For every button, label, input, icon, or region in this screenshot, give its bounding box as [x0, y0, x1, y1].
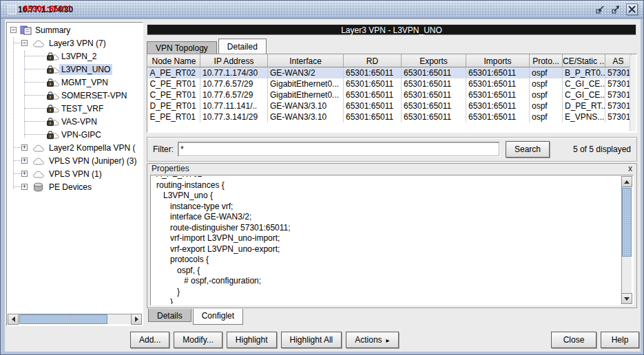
tree-item-vas-vpn[interactable]: VAS-VPN: [8, 115, 142, 128]
table-cell[interactable]: 10.77.11.141/..: [200, 100, 268, 111]
tab-vpn-topology[interactable]: VPN Topology: [147, 41, 217, 54]
column-header-imports[interactable]: Imports: [466, 55, 530, 67]
tab-configlet[interactable]: Configlet: [193, 309, 243, 325]
tree-item-vpls-vpn-juniper-3[interactable]: +VPLS VPN (Juniper) (3): [8, 154, 142, 167]
tree-item-vpn-gipc[interactable]: VPN-GIPC: [8, 128, 142, 141]
table-cell[interactable]: C_PE_RT01: [148, 78, 200, 89]
expand-icon[interactable]: +: [21, 184, 28, 190]
table-cell[interactable]: ospf: [530, 89, 563, 100]
tree-item-mgmt-vpn[interactable]: MGMT_VPN: [8, 76, 142, 89]
tree-item-label[interactable]: VPN-GIPC: [59, 129, 103, 140]
column-header-ce-static[interactable]: CE/Static ...: [563, 55, 605, 67]
search-button[interactable]: Search: [506, 141, 550, 158]
table-row[interactable]: C_PE_RT0110.77.6.57/29GigabitEthernet0..…: [148, 89, 632, 100]
tree-item-label[interactable]: VPLS VPN (Juniper) (3): [47, 155, 138, 166]
table-cell[interactable]: ospf: [530, 100, 563, 111]
table-cell[interactable]: 57301: [605, 111, 632, 122]
scroll-down-button[interactable]: [621, 293, 632, 304]
table-cell[interactable]: 65301:65011: [402, 78, 466, 89]
collapse-icon[interactable]: −: [21, 40, 28, 46]
add-button[interactable]: Add...: [130, 332, 169, 348]
column-header-interface[interactable]: Interface: [268, 55, 344, 67]
minimize-button[interactable]: [594, 3, 606, 15]
tree-item-label[interactable]: SOMERSET-VPN: [59, 90, 129, 101]
scroll-up-button[interactable]: [621, 176, 632, 187]
close-dialog-button[interactable]: Close: [551, 332, 596, 348]
table-cell[interactable]: 65301:65011: [402, 100, 466, 111]
help-button[interactable]: Help: [601, 332, 639, 348]
table-cell[interactable]: GE-WAN3/3.10: [268, 100, 344, 111]
tree-item-l3vpn-2[interactable]: L3VPN_2: [8, 50, 142, 63]
tree-item-test-vrf[interactable]: TEST_VRF: [8, 102, 142, 115]
table-cell[interactable]: B_P_RT0...: [563, 67, 605, 78]
tree-item-summary[interactable]: −Summary: [8, 23, 142, 36]
table-cell[interactable]: 65301:65011: [466, 78, 530, 89]
table-cell[interactable]: 65301:65011: [344, 100, 402, 111]
title-bar[interactable]: 10.77.1.174/30 65301:65011: [1, 1, 643, 19]
table-row[interactable]: E_PE_RT0110.77.3.141/29GE-WAN3/3.1065301…: [148, 111, 632, 122]
scrollbar-track[interactable]: [621, 187, 632, 293]
table-vertical-scrollbar[interactable]: [630, 55, 636, 131]
properties-vertical-scrollbar[interactable]: [621, 176, 632, 304]
table-cell[interactable]: 65301:65011: [344, 78, 402, 89]
table-cell[interactable]: 65301:65011: [466, 100, 530, 111]
tree-item-label[interactable]: L3VPN_2: [59, 51, 98, 62]
scroll-left-button[interactable]: [8, 314, 19, 325]
table-cell[interactable]: 65301:65011: [402, 67, 466, 78]
tree-item-label[interactable]: Layer3 VPN (7): [47, 38, 108, 49]
tree-item-l3vpn-uno[interactable]: L3VPN_UNO: [8, 63, 142, 76]
expand-icon[interactable]: +: [21, 158, 28, 164]
table-cell[interactable]: C_GI_CE...: [563, 78, 605, 89]
table-cell[interactable]: 65301:65011: [466, 111, 530, 122]
table-cell[interactable]: 10.77.3.141/29: [200, 111, 268, 122]
table-cell[interactable]: ospf: [530, 111, 563, 122]
tree-horizontal-scrollbar[interactable]: [8, 314, 142, 325]
column-header-node-name[interactable]: Node Name: [148, 55, 200, 67]
table-cell[interactable]: 65301:65011: [344, 89, 402, 100]
close-button[interactable]: [626, 3, 638, 15]
table-cell[interactable]: 10.77.1.174/30: [200, 67, 268, 78]
table-cell[interactable]: D_PE_RT01: [148, 100, 200, 111]
tree-item-somerset-vpn[interactable]: SOMERSET-VPN: [8, 89, 142, 102]
tree-item-label[interactable]: TEST_VRF: [59, 103, 105, 114]
tree-item-label[interactable]: L3VPN_UNO: [59, 64, 112, 75]
table-cell[interactable]: GE-WAN3/2: [268, 67, 344, 78]
table-cell[interactable]: E_PE_RT01: [148, 111, 200, 122]
tree-item-label[interactable]: VAS-VPN: [59, 116, 99, 127]
column-header-ip-address[interactable]: IP Address: [200, 55, 268, 67]
tree-item-vpls-vpn-1[interactable]: +VPLS VPN (1): [8, 167, 142, 180]
table-cell[interactable]: GigabitEthernet0...: [268, 78, 344, 89]
actions-menu-button[interactable]: Actions▸: [346, 332, 398, 348]
scrollbar-thumb[interactable]: [622, 188, 632, 257]
tab-details[interactable]: Details: [148, 309, 191, 322]
table-cell[interactable]: GigabitEthernet0...: [268, 89, 344, 100]
tree-item-label[interactable]: Summary: [33, 25, 72, 36]
table-cell[interactable]: ospf: [530, 67, 563, 78]
maximize-button[interactable]: [610, 3, 622, 15]
expand-icon[interactable]: +: [21, 171, 28, 177]
table-cell[interactable]: 57301: [605, 100, 632, 111]
table-cell[interactable]: 65301:65011: [344, 111, 402, 122]
table-cell[interactable]: 65301:65011: [402, 89, 466, 100]
table[interactable]: Node NameIP AddressInterfaceRDExportsImp…: [147, 54, 632, 122]
table-cell[interactable]: 10.77.6.57/29: [200, 78, 268, 89]
scrollbar-track[interactable]: [19, 314, 131, 325]
column-header-exports[interactable]: Exports: [402, 55, 466, 67]
tree-item-label[interactable]: PE Devices: [47, 182, 94, 193]
table-cell[interactable]: 10.77.6.57/29: [200, 89, 268, 100]
column-header-as[interactable]: AS: [605, 55, 632, 67]
table-cell[interactable]: E_VPNS...: [563, 111, 605, 122]
scrollbar-thumb[interactable]: [19, 314, 107, 324]
tab-detailed[interactable]: Detailed: [218, 39, 267, 54]
properties-close-icon[interactable]: x: [628, 164, 632, 173]
table-cell[interactable]: C_GI_CE...: [563, 89, 605, 100]
table-cell[interactable]: 57301: [605, 67, 632, 78]
expand-icon[interactable]: +: [21, 144, 28, 151]
table-cell[interactable]: 65301:65011: [466, 67, 530, 78]
table-cell[interactable]: 65301:65011: [344, 67, 402, 78]
tree-item-label[interactable]: VPLS VPN (1): [47, 169, 104, 180]
table-cell[interactable]: C_PE_RT01: [148, 89, 200, 100]
highlight-all-button[interactable]: Highlight All: [281, 332, 342, 348]
collapse-icon[interactable]: −: [10, 27, 17, 33]
highlight-button[interactable]: Highlight: [227, 332, 277, 348]
